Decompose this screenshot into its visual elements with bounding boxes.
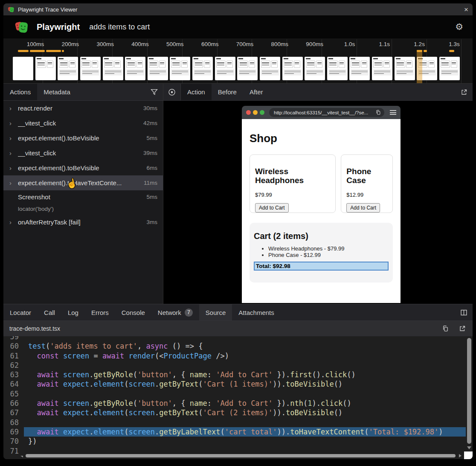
tab-label: After	[250, 88, 263, 96]
add-to-cart-button[interactable]: Add to Cart	[255, 203, 289, 213]
film-strip-thumbnail[interactable]	[282, 57, 303, 80]
traffic-light-green-icon	[260, 110, 264, 115]
close-icon[interactable]: ×	[464, 6, 468, 13]
code-text	[24, 361, 466, 370]
tab-before[interactable]: Before	[212, 84, 243, 100]
film-strip-thumbnail[interactable]	[58, 57, 78, 80]
chevron-right-icon: ›	[9, 119, 18, 127]
film-strip-thumbnail[interactable]	[125, 57, 145, 80]
code-line: 61 const screen = await render(<ProductP…	[3, 351, 466, 361]
cart-item-list: Wireless Headphones - $79.99Phone Case -…	[254, 245, 389, 258]
actions-list: ›react.render30ms›__vitest_click42ms›exp…	[3, 101, 163, 230]
action-name: __vitest_click	[18, 119, 140, 127]
tab-attachments[interactable]: Attachments	[232, 304, 280, 320]
code-text: await screen.getByRole('button', { name:…	[24, 399, 466, 408]
address-bar[interactable]: http://localhost:63315/__vitest_test__/?…	[269, 108, 384, 117]
timeline-tick-label: 200ms	[62, 41, 79, 47]
film-strip-thumbnail[interactable]	[148, 57, 168, 80]
film-strip-thumbnail[interactable]	[215, 57, 235, 80]
tab-metadata[interactable]: Metadata	[37, 84, 77, 100]
action-row[interactable]: ›__vitest_click39ms	[3, 146, 163, 160]
action-name: expect.element().toBeVisible	[18, 164, 143, 172]
tab-actions[interactable]: Actions	[3, 84, 37, 100]
film-strip-thumbnail[interactable]	[372, 57, 392, 80]
line-number: 63	[3, 370, 24, 379]
tab-label: Call	[44, 309, 55, 316]
settings-gear-icon[interactable]: ⚙	[455, 22, 463, 32]
action-row[interactable]: ›expect.element().toHaveTextConte...11ms	[3, 175, 163, 190]
film-strip-thumbnail[interactable]	[13, 57, 33, 80]
code-line: 60test('adds items to cart', async () =>…	[3, 341, 466, 351]
film-strip-thumbnail[interactable]	[237, 57, 258, 80]
open-source-external-icon[interactable]	[454, 325, 467, 332]
action-duration: 5ms	[146, 194, 157, 200]
code-line: 59	[3, 336, 466, 341]
action-duration-bar	[46, 50, 61, 52]
action-row[interactable]: ›__vitest_click42ms	[3, 116, 163, 131]
tab-locator[interactable]: Locator	[3, 304, 38, 320]
code-line: 64 await expect.element(screen.getByText…	[3, 379, 466, 389]
tab-source[interactable]: Source	[199, 304, 232, 320]
film-strip-thumbnail[interactable]	[305, 57, 325, 80]
film-strip-thumbnail[interactable]	[395, 57, 415, 80]
timeline-tick-label: 1.3s	[449, 41, 460, 47]
tab-errors[interactable]: Errors	[85, 304, 115, 320]
tab-log[interactable]: Log	[61, 304, 85, 320]
open-external-icon[interactable]	[456, 84, 473, 100]
browser-menu-icon[interactable]	[390, 110, 396, 115]
code-text	[24, 389, 466, 399]
shop-page: Shop Wireless Headphones$79.99Add to Car…	[242, 119, 401, 303]
action-duration-bar	[424, 50, 427, 52]
product-name: Phone Case	[346, 167, 387, 185]
filter-icon[interactable]	[145, 84, 163, 100]
film-strip-thumbnail[interactable]	[170, 57, 190, 80]
action-name: expect.element().toBeVisible	[18, 134, 143, 142]
film-strip-thumbnail[interactable]	[80, 57, 101, 80]
copy-url-icon[interactable]	[376, 110, 381, 115]
timeline[interactable]: 100ms200ms300ms400ms500ms600ms700ms800ms…	[3, 38, 473, 84]
product-price: $79.99	[255, 192, 330, 198]
film-strip-thumbnail[interactable]	[327, 57, 348, 80]
film-strip-thumbnail[interactable]	[103, 57, 123, 80]
scroll-down-arrow-icon[interactable]	[467, 446, 471, 449]
tab-after[interactable]: After	[243, 84, 270, 100]
tab-console[interactable]: Console	[115, 304, 151, 320]
action-duration-bar	[62, 50, 64, 52]
vertical-scrollbar-thumb[interactable]	[467, 338, 471, 444]
tab-label: Errors	[91, 309, 109, 316]
selected-action-time-band	[417, 50, 422, 83]
code-line: 62	[3, 361, 466, 370]
film-strip-thumbnail[interactable]	[260, 57, 280, 80]
source-filebar: trace-demo.test.tsx	[3, 321, 473, 336]
tab-network[interactable]: Network7	[151, 304, 199, 320]
tab-action[interactable]: Action	[181, 84, 212, 100]
action-row[interactable]: ›react.render30ms	[3, 101, 163, 116]
action-duration: 42ms	[143, 120, 157, 126]
film-strip-thumbnail[interactable]	[439, 57, 460, 80]
scroll-right-arrow-icon[interactable]	[459, 454, 461, 457]
details-tabs: LocatorCallLogErrorsConsoleNetwork7Sourc…	[3, 304, 281, 320]
action-row[interactable]: Screenshot5ms	[3, 190, 163, 203]
action-row[interactable]: ›onAfterRetryTask [fail]3ms	[3, 215, 163, 230]
page-url: http://localhost:63315/__vitest_test__/?…	[274, 110, 376, 115]
split-view-icon[interactable]	[455, 304, 473, 320]
film-strip-thumbnail[interactable]	[35, 57, 56, 80]
shop-heading: Shop	[250, 132, 393, 145]
pick-locator-icon[interactable]	[163, 84, 181, 100]
action-row[interactable]: ›expect.element().toBeVisible6ms	[3, 160, 163, 175]
line-number: 67	[3, 408, 24, 417]
film-strip-thumbnail[interactable]	[192, 57, 213, 80]
window-titlebar: Playwright Trace Viewer ×	[3, 3, 473, 15]
line-number: 70	[3, 437, 24, 446]
film-strip-thumbnail[interactable]	[349, 57, 370, 80]
tab-call[interactable]: Call	[38, 304, 61, 320]
product-cards: Wireless Headphones$79.99Add to CartPhon…	[250, 154, 393, 213]
window-title: Playwright Trace Viewer	[18, 6, 461, 13]
chevron-right-icon: ›	[9, 134, 18, 142]
timeline-tick-label: 1.2s	[414, 41, 425, 47]
horizontal-scrollbar-thumb[interactable]	[26, 454, 456, 457]
add-to-cart-button[interactable]: Add to Cart	[346, 203, 380, 213]
copy-icon[interactable]	[437, 325, 454, 332]
action-row[interactable]: ›expect.element().toBeVisible5ms	[3, 131, 163, 146]
timeline-tick-label: 400ms	[131, 41, 149, 47]
